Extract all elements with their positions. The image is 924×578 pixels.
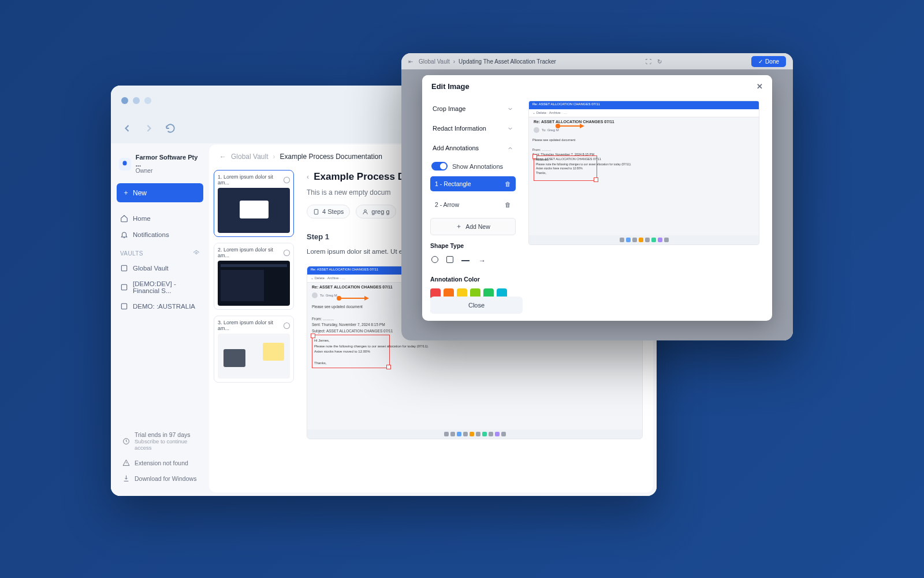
plus-icon: ＋: [456, 223, 462, 231]
download-link[interactable]: Download for Windows: [118, 471, 202, 486]
vault-icon: [120, 302, 128, 310]
extension-warning[interactable]: Extension not found: [118, 455, 202, 470]
bell-icon: [120, 231, 128, 239]
user-icon: [362, 209, 368, 215]
file-icon: [313, 209, 319, 215]
new-button-label: New: [133, 189, 147, 197]
editor-topbar: ⇤ Global Vault › Updating The Asset Allo…: [401, 53, 793, 69]
shape-line[interactable]: [461, 260, 470, 261]
modal-preview: Re: ASSET ALLOCATION CHANGES 07/11 ⌄ Del…: [521, 97, 772, 321]
chevron-right-icon: ›: [273, 153, 275, 161]
shape-rectangle[interactable]: [446, 256, 453, 263]
toggle-switch[interactable]: [431, 162, 448, 171]
sidebar-item-label: [DEMO:DEV] - Financial S...: [133, 280, 200, 294]
svg-rect-3: [121, 303, 126, 309]
annotation-item-arrow[interactable]: 2 - Arrow 🗑: [430, 197, 516, 212]
add-annotation-button[interactable]: ＋ Add New: [430, 218, 516, 235]
shape-type-selector: [430, 253, 516, 269]
refresh-icon[interactable]: [165, 123, 176, 136]
color-label: Annotation Color: [430, 276, 516, 283]
radio-icon[interactable]: [284, 250, 290, 256]
org-role: Owner: [136, 168, 201, 174]
sidebar-item-label: Home: [133, 215, 151, 222]
vault-icon: [120, 264, 128, 272]
accordion-crop[interactable]: Crop Image: [430, 101, 516, 117]
sidebar-item-notifications[interactable]: Notifications: [116, 227, 204, 243]
svg-rect-2: [121, 284, 126, 290]
org-name: Farmor Software Pty ...: [136, 154, 201, 168]
annotation-item-rectangle[interactable]: 1 - Rectangle 🗑: [430, 176, 516, 191]
annotation-arrow[interactable]: [339, 298, 367, 299]
chevron-right-icon: ›: [453, 58, 455, 65]
window-controls[interactable]: [121, 97, 151, 104]
shape-type-label: Shape Type: [430, 242, 516, 249]
step-thumbnail-list: 1. Lorem ipsum dolor sit am... 2. Lorem …: [209, 166, 299, 492]
edit-image-modal: Edit Image ✕ Crop Image Redact Informati…: [422, 75, 772, 321]
thumbnail-image: [218, 188, 290, 233]
vaults-header: VAULTS: [116, 243, 204, 260]
crumb-doc: Example Process Documentation: [280, 153, 382, 161]
done-button[interactable]: ✓ Done: [751, 56, 786, 67]
exit-icon[interactable]: ⇤: [408, 58, 413, 65]
sidebar-vault-demo-au[interactable]: DEMO: :AUSTRALIA: [116, 298, 204, 314]
trial-title: Trial ends in 97 days: [135, 431, 198, 438]
taskbar: [307, 429, 642, 439]
check-icon: ✓: [758, 58, 763, 65]
thumbnail-image: [218, 334, 290, 379]
preview-image[interactable]: Re: ASSET ALLOCATION CHANGES 07/11 ⌄ Del…: [528, 101, 759, 245]
download-icon: [122, 475, 130, 482]
sidebar-item-label: Notifications: [133, 231, 169, 238]
collapse-icon[interactable]: ‹: [307, 173, 309, 181]
radio-icon[interactable]: [284, 177, 290, 183]
plus-icon: ＋: [122, 188, 129, 198]
chevron-up-icon: [507, 145, 513, 151]
svg-point-0: [196, 253, 198, 254]
org-switcher[interactable]: Farmor Software Pty ... Owner: [116, 150, 204, 181]
avatar-icon: [312, 292, 318, 298]
back-icon[interactable]: [121, 123, 133, 136]
svg-point-6: [364, 209, 367, 212]
crumb-root[interactable]: Global Vault: [231, 153, 268, 161]
thumbnail-image: [218, 261, 290, 306]
trial-notice[interactable]: Trial ends in 97 days Subscribe to conti…: [118, 428, 202, 454]
shape-arrow[interactable]: [478, 256, 487, 265]
author-pill[interactable]: greg g: [356, 205, 396, 218]
annotation-arrow[interactable]: [558, 125, 582, 127]
sidebar-vault-global[interactable]: Global Vault: [116, 260, 204, 276]
step-thumbnail[interactable]: 3. Lorem ipsum dolor sit am...: [214, 316, 294, 383]
svg-rect-1: [121, 265, 126, 271]
chevron-down-icon: [507, 106, 513, 112]
new-button[interactable]: ＋ New: [117, 183, 203, 202]
trash-icon[interactable]: 🗑: [505, 201, 511, 208]
crumb-doc: Updating The Asset Allocation Tracker: [459, 58, 556, 65]
trash-icon[interactable]: 🗑: [505, 180, 511, 187]
radio-icon[interactable]: [284, 323, 290, 329]
sidebar-vault-demo-dev[interactable]: [DEMO:DEV] - Financial S...: [116, 276, 204, 298]
accordion-redact[interactable]: Redact Information: [430, 120, 516, 136]
close-icon[interactable]: ✕: [757, 82, 763, 91]
crumb-root[interactable]: Global Vault: [419, 58, 450, 65]
vault-icon: [120, 283, 128, 291]
shape-circle[interactable]: [431, 256, 438, 263]
accordion-annotations[interactable]: Add Annotations: [430, 140, 516, 156]
sidebar: Farmor Software Pty ... Owner ＋ New Home…: [111, 143, 209, 496]
sidebar-item-label: DEMO: :AUSTRALIA: [133, 303, 195, 310]
history-icon[interactable]: ↻: [657, 58, 662, 65]
org-logo-icon: [119, 158, 131, 171]
step-thumbnail[interactable]: 2. Lorem ipsum dolor sit am...: [214, 243, 294, 310]
step-thumbnail[interactable]: 1. Lorem ipsum dolor sit am...: [214, 170, 294, 237]
back-icon[interactable]: ←: [219, 153, 226, 161]
chevron-down-icon: [507, 125, 513, 132]
home-icon: [120, 214, 128, 223]
gear-icon[interactable]: [193, 250, 200, 257]
alert-icon: [122, 459, 130, 466]
show-annotations-toggle[interactable]: Show Annotations: [430, 160, 516, 173]
forward-icon[interactable]: [143, 123, 155, 136]
steps-pill[interactable]: 4 Steps: [307, 205, 350, 218]
image-editor-window: ⇤ Global Vault › Updating The Asset Allo…: [401, 53, 793, 340]
expand-icon[interactable]: ⛶: [646, 58, 651, 65]
svg-rect-5: [314, 209, 318, 214]
sidebar-item-home[interactable]: Home: [116, 210, 204, 227]
modal-sidebar: Crop Image Redact Information Add Annota…: [422, 97, 521, 321]
close-button[interactable]: Close: [430, 297, 523, 314]
